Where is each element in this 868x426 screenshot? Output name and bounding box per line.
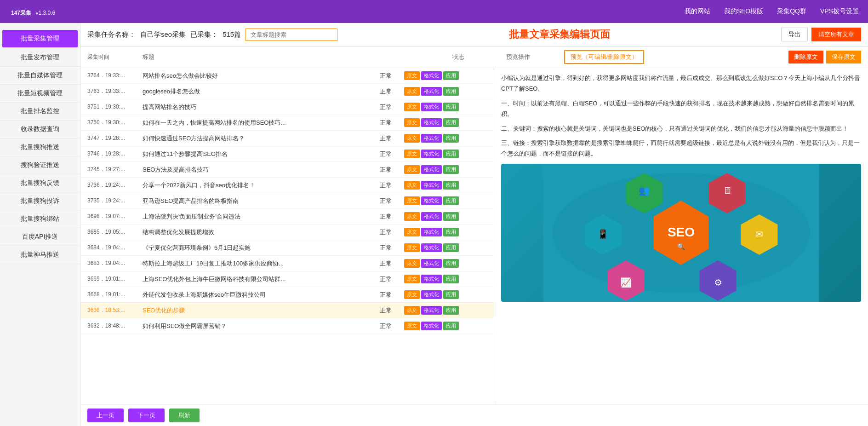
btn-yuan[interactable]: 原文: [404, 71, 420, 80]
btn-apply[interactable]: 应用: [443, 134, 459, 143]
btn-geshi[interactable]: 格式化: [421, 212, 442, 221]
btn-yuan[interactable]: 原文: [404, 275, 420, 283]
btn-geshi[interactable]: 格式化: [421, 290, 442, 299]
btn-apply[interactable]: 应用: [443, 306, 459, 315]
btn-yuan[interactable]: 原文: [404, 212, 420, 221]
table-row[interactable]: 3683．19:04:... 特斯拉上海超级工厂19日复工推动100多家供应商协…: [80, 256, 494, 271]
btn-apply[interactable]: 应用: [443, 150, 459, 158]
btn-apply[interactable]: 应用: [443, 181, 459, 190]
sidebar-item-collect[interactable]: 批量采集管理: [2, 30, 78, 48]
nav-seo-template[interactable]: 我的SEO模版: [724, 7, 764, 16]
export-button[interactable]: 导出: [781, 28, 808, 41]
table-row[interactable]: 3763．19:33:... googleseo排名怎么做 正常 原文 格式化 …: [80, 84, 494, 99]
btn-yuan[interactable]: 原文: [404, 150, 420, 158]
row-ops: 原文 格式化 应用: [404, 134, 487, 143]
table-row[interactable]: 3750．19:30:... 如何在一天之内，快速提高网站排名的使用SEO技巧.…: [80, 115, 494, 131]
table-row[interactable]: 3668．19:01:... 外链代发包收录上海新媒体seo牛巨微科技公司 正常…: [80, 287, 494, 303]
row-status: 正常: [372, 134, 400, 143]
nav-qq-group[interactable]: 采集QQ群: [777, 7, 806, 16]
btn-yuan[interactable]: 原文: [404, 134, 420, 143]
save-orig-button[interactable]: 保存原文: [826, 51, 861, 63]
sidebar-item-media[interactable]: 批量自媒体管理: [0, 67, 80, 85]
btn-apply[interactable]: 应用: [443, 259, 459, 268]
row-status: 正常: [372, 181, 400, 190]
sidebar-item-video[interactable]: 批量短视频管理: [0, 85, 80, 103]
btn-geshi[interactable]: 格式化: [421, 306, 442, 315]
btn-yuan[interactable]: 原文: [404, 118, 420, 127]
btn-geshi[interactable]: 格式化: [421, 228, 442, 236]
btn-apply[interactable]: 应用: [443, 118, 459, 127]
btn-geshi[interactable]: 格式化: [421, 71, 442, 80]
next-page-button[interactable]: 下一页: [128, 409, 165, 422]
btn-geshi[interactable]: 格式化: [421, 87, 442, 96]
btn-geshi[interactable]: 格式化: [421, 150, 442, 158]
table-row[interactable]: 3736．19:24:... 分享一个2022新风口，抖音seo优化排名！ 正常…: [80, 178, 494, 193]
btn-geshi[interactable]: 格式化: [421, 118, 442, 127]
table-row[interactable]: 3669．19:01:... 上海SEO优化外包上海牛巨微网络科技有限公司站群.…: [80, 271, 494, 287]
sidebar-item-record[interactable]: 收录数据查询: [0, 121, 80, 138]
row-ops: 原文 格式化 应用: [404, 118, 487, 127]
table-row[interactable]: 3632．18:48:... 如何利用SEO做全网霸屏营销？ 正常 原文 格式化…: [80, 318, 494, 334]
nav-vps-setting[interactable]: VPS拨号设置: [820, 7, 859, 16]
table-row[interactable]: 3698．19:07:... 上海法院判决'负面压制业务'合同违法 正常 原文 …: [80, 209, 494, 225]
btn-geshi[interactable]: 格式化: [421, 134, 442, 143]
btn-yuan[interactable]: 原文: [404, 103, 420, 111]
preview-header-button[interactable]: 预览（可编辑/删除原文）: [564, 50, 645, 64]
btn-geshi[interactable]: 格式化: [421, 103, 442, 111]
row-title: 网站排名seo怎么做会比较好: [143, 72, 367, 80]
btn-yuan[interactable]: 原文: [404, 87, 420, 96]
btn-geshi[interactable]: 格式化: [421, 322, 442, 330]
nav-my-site[interactable]: 我的网站: [685, 7, 710, 16]
table-row[interactable]: 3638．18:53:... SEO优化的步骤 正常 原文 格式化 应用: [80, 303, 494, 318]
btn-apply[interactable]: 应用: [443, 322, 459, 330]
clear-all-button[interactable]: 清空所有文章: [811, 28, 861, 41]
prev-page-button[interactable]: 上一页: [87, 409, 124, 422]
btn-geshi[interactable]: 格式化: [421, 165, 442, 174]
search-input[interactable]: [246, 29, 337, 41]
sidebar-item-sougou-feedback[interactable]: 批量搜狗反馈: [0, 174, 80, 192]
table-row[interactable]: 3735．19:24:... 亚马逊SEO提高产品排名的终极指南 正常 原文 格…: [80, 193, 494, 209]
table-row[interactable]: 3751．19:30:... 提高网站排名的技巧 正常 原文 格式化 应用: [80, 99, 494, 115]
btn-yuan[interactable]: 原文: [404, 290, 420, 299]
btn-yuan[interactable]: 原文: [404, 259, 420, 268]
btn-yuan[interactable]: 原文: [404, 306, 420, 315]
btn-yuan[interactable]: 原文: [404, 165, 420, 174]
btn-apply[interactable]: 应用: [443, 87, 459, 96]
btn-yuan[interactable]: 原文: [404, 243, 420, 252]
btn-apply[interactable]: 应用: [443, 243, 459, 252]
btn-geshi[interactable]: 格式化: [421, 181, 442, 190]
sidebar-item-rank[interactable]: 批量排名监控: [0, 103, 80, 121]
table-row[interactable]: 3747．19:28:... 如何快速通过SEO方法提高网站排名？ 正常 原文 …: [80, 131, 494, 146]
sidebar-item-baidu-api[interactable]: 百度API推送: [0, 228, 80, 246]
table-row[interactable]: 3746．19:28:... 如何通过11个步骤提高SEO排名 正常 原文 格式…: [80, 146, 494, 162]
btn-geshi[interactable]: 格式化: [421, 243, 442, 252]
refresh-button[interactable]: 刷新: [169, 409, 200, 422]
btn-yuan[interactable]: 原文: [404, 322, 420, 330]
header: 147采集 v1.3.0.6 我的网站 我的SEO模版 采集QQ群 VPS拨号设…: [0, 0, 868, 23]
sidebar-item-sougou-verify[interactable]: 搜狗验证推送: [0, 156, 80, 174]
btn-apply[interactable]: 应用: [443, 290, 459, 299]
sidebar-item-sougou-push[interactable]: 批量搜狗推送: [0, 138, 80, 156]
btn-geshi[interactable]: 格式化: [421, 275, 442, 283]
table-row[interactable]: 3764．19:33:... 网站排名seo怎么做会比较好 正常 原文 格式化 …: [80, 68, 494, 84]
btn-geshi[interactable]: 格式化: [421, 259, 442, 268]
btn-yuan[interactable]: 原文: [404, 228, 420, 236]
table-row[interactable]: 3684．19:04:... 《宁夏优化营商环境条例》6月1日起实施 正常 原文…: [80, 240, 494, 256]
btn-apply[interactable]: 应用: [443, 212, 459, 221]
sidebar-item-sougou-bind[interactable]: 批量搜狗绑站: [0, 210, 80, 228]
btn-yuan[interactable]: 原文: [404, 181, 420, 190]
btn-apply[interactable]: 应用: [443, 103, 459, 111]
sidebar-item-publish[interactable]: 批量发布管理: [0, 49, 80, 67]
btn-apply[interactable]: 应用: [443, 275, 459, 283]
sidebar-item-shenma-push[interactable]: 批量神马推送: [0, 246, 80, 264]
table-row[interactable]: 3745．19:27:... SEO方法及提高排名技巧 正常 原文 格式化 应用: [80, 162, 494, 178]
delete-orig-button[interactable]: 删除原文: [788, 51, 823, 63]
btn-apply[interactable]: 应用: [443, 228, 459, 236]
btn-geshi[interactable]: 格式化: [421, 196, 442, 205]
btn-yuan[interactable]: 原文: [404, 196, 420, 205]
btn-apply[interactable]: 应用: [443, 196, 459, 205]
sidebar-item-sougou-complaint[interactable]: 批量搜狗投诉: [0, 192, 80, 210]
btn-apply[interactable]: 应用: [443, 165, 459, 174]
btn-apply[interactable]: 应用: [443, 71, 459, 80]
table-row[interactable]: 3685．19:05:... 结构调整优化发展提质增效 正常 原文 格式化 应用: [80, 225, 494, 240]
